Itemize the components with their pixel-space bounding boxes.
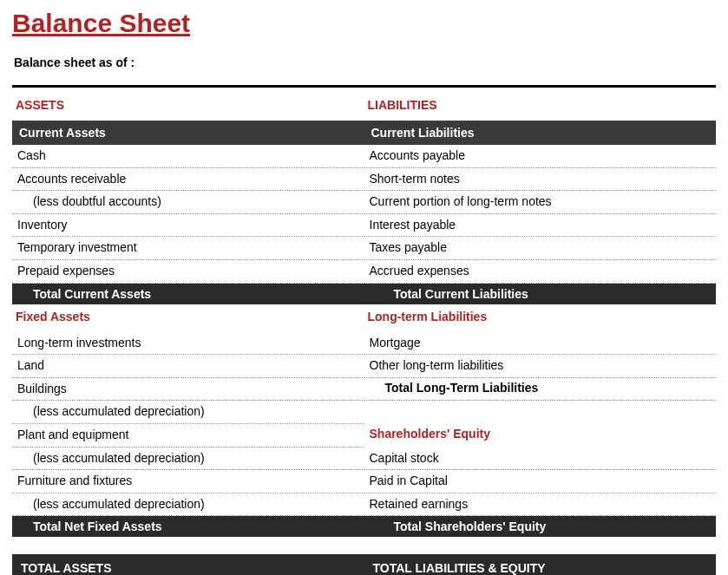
table-row: Temporary investment Taxes payable [12,237,716,260]
current-assets-header: Current Assets [12,121,364,145]
long-term-liabilities-header: Long-term Liabilities [364,304,717,332]
table-row: (less doubtful accounts) Current portion… [12,191,716,214]
total-current-liabilities: Total Current Liabilities [364,284,717,304]
table-row: Plant and equipment Shareholders' Equity [12,424,716,448]
liability-item: Interest payable [364,214,717,238]
equity-item: Capital stock [364,448,717,471]
table-row: Land Other long-term liabilities [12,355,716,378]
asset-item: (less accumulated depreciation) [12,401,364,424]
asset-item: Cash [12,145,364,168]
table-row: Long-term investments Mortgage [12,332,716,356]
page-title: Balance Sheet [12,9,716,38]
asset-item: (less accumulated depreciation) [12,493,364,517]
total-current-assets: Total Current Assets [12,284,364,304]
table-row: (less accumulated depreciation) Retained… [12,493,716,517]
table-row: Buildings Total Long-Term Liabilities [12,378,716,402]
fixed-assets-header: Fixed Assets [12,304,364,332]
liabilities-heading: LIABILITIES [364,93,717,121]
asset-item: Buildings [12,378,364,402]
table-row: Inventory Interest payable [12,214,716,238]
table-row: Cash Accounts payable [12,145,716,168]
mid-header-row: Fixed Assets Long-term Liabilities [12,304,716,332]
table-row: Accounts receivable Short-term notes [12,168,716,192]
liability-item: Short-term notes [364,168,717,192]
liability-item: Accounts payable [364,145,717,168]
subtitle: Balance sheet as of : [12,56,716,69]
asset-item: Inventory [12,214,364,238]
spacer [12,537,716,554]
empty-cell [364,401,717,424]
divider-top [12,85,716,88]
header-row: ASSETS LIABILITIES [12,93,716,121]
fixed-total-row: Total Net Fixed Assets Total Shareholder… [12,516,716,537]
asset-item: Accounts receivable [12,168,364,192]
total-assets: TOTAL ASSETS [12,554,364,575]
liability-item: Current portion of long-term notes [364,191,717,214]
current-total-row: Total Current Assets Total Current Liabi… [12,284,716,304]
liability-item: Accrued expenses [364,260,717,284]
liability-item: Mortgage [364,332,717,356]
asset-item: (less accumulated depreciation) [12,448,364,471]
table-row: (less accumulated depreciation) Capital … [12,448,716,471]
total-liabilities-equity: TOTAL LIABILITIES & EQUITY [364,554,717,575]
current-liabilities-header: Current Liabilities [364,121,717,145]
equity-item: Paid in Capital [364,470,717,493]
asset-item: Plant and equipment [12,424,364,448]
current-header-row: Current Assets Current Liabilities [12,121,716,145]
table-row: Furniture and fixtures Paid in Capital [12,470,716,493]
total-shareholders-equity: Total Shareholders' Equity [364,516,717,537]
total-long-term-liabilities: Total Long-Term Liabilities [364,378,717,402]
asset-item: Long-term investments [12,332,364,356]
total-net-fixed-assets: Total Net Fixed Assets [12,516,364,537]
asset-item: (less doubtful accounts) [12,191,364,214]
assets-heading: ASSETS [12,93,364,121]
asset-item: Prepaid expenses [12,260,364,284]
liability-item: Other long-term liabilities [364,355,717,378]
shareholders-equity-header: Shareholders' Equity [364,424,717,448]
equity-item: Retained earnings [364,493,717,517]
liability-item: Taxes payable [364,237,717,260]
table-row: (less accumulated depreciation) [12,401,716,424]
asset-item: Land [12,355,364,378]
grand-total-row: TOTAL ASSETS TOTAL LIABILITIES & EQUITY [12,554,716,575]
asset-item: Furniture and fixtures [12,470,364,493]
table-row: Prepaid expenses Accrued expenses [12,260,716,284]
asset-item: Temporary investment [12,237,364,260]
